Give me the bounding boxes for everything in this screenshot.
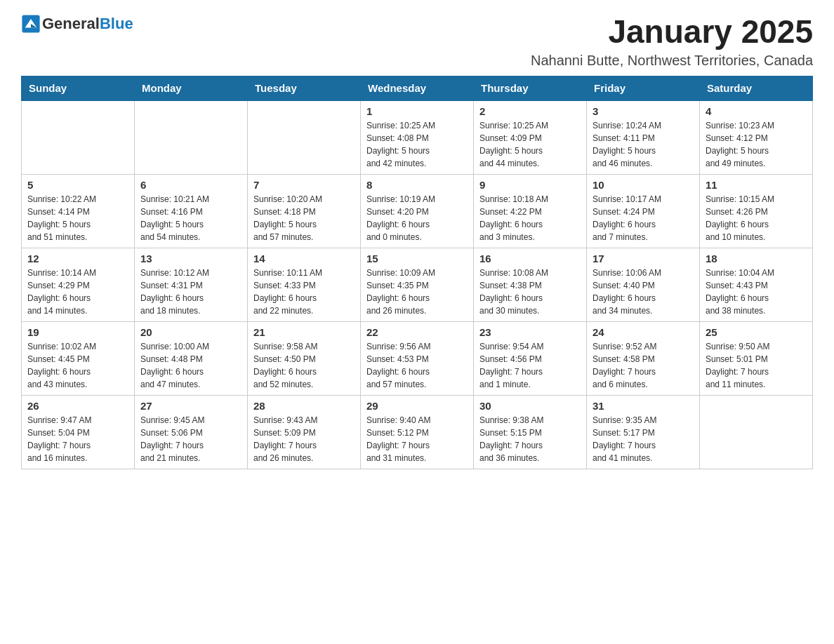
day-info: Sunrise: 9:43 AMSunset: 5:09 PMDaylight:… bbox=[253, 414, 355, 464]
calendar-cell: 28Sunrise: 9:43 AMSunset: 5:09 PMDayligh… bbox=[248, 395, 361, 469]
calendar-cell: 8Sunrise: 10:19 AMSunset: 4:20 PMDayligh… bbox=[361, 174, 474, 248]
day-number: 30 bbox=[479, 400, 581, 412]
day-number: 20 bbox=[140, 326, 241, 338]
day-info: Sunrise: 9:54 AMSunset: 4:56 PMDaylight:… bbox=[479, 340, 581, 391]
day-number: 9 bbox=[479, 179, 581, 191]
day-number: 11 bbox=[706, 179, 807, 191]
day-number: 7 bbox=[253, 179, 355, 191]
day-number: 27 bbox=[140, 400, 241, 412]
calendar-cell: 11Sunrise: 10:15 AMSunset: 4:26 PMDaylig… bbox=[700, 174, 813, 248]
day-info: Sunrise: 10:17 AMSunset: 4:24 PMDaylight… bbox=[593, 193, 694, 243]
calendar-week-2: 5Sunrise: 10:22 AMSunset: 4:14 PMDayligh… bbox=[22, 174, 813, 248]
calendar-subtitle: Nahanni Butte, Northwest Territories, Ca… bbox=[531, 53, 813, 69]
calendar-week-4: 19Sunrise: 10:02 AMSunset: 4:45 PMDaylig… bbox=[22, 321, 813, 395]
calendar-cell: 17Sunrise: 10:06 AMSunset: 4:40 PMDaylig… bbox=[587, 248, 700, 321]
calendar-cell: 1Sunrise: 10:25 AMSunset: 4:08 PMDayligh… bbox=[361, 100, 474, 175]
day-number: 6 bbox=[140, 179, 241, 191]
day-info: Sunrise: 9:52 AMSunset: 4:58 PMDaylight:… bbox=[593, 340, 694, 391]
day-info: Sunrise: 10:22 AMSunset: 4:14 PMDaylight… bbox=[27, 193, 128, 243]
day-info: Sunrise: 9:35 AMSunset: 5:17 PMDaylight:… bbox=[593, 414, 694, 464]
logo-icon bbox=[21, 14, 41, 34]
calendar-cell: 16Sunrise: 10:08 AMSunset: 4:38 PMDaylig… bbox=[474, 248, 587, 321]
day-info: Sunrise: 10:06 AMSunset: 4:40 PMDaylight… bbox=[593, 267, 694, 317]
day-number: 18 bbox=[706, 253, 807, 264]
day-number: 24 bbox=[593, 326, 694, 338]
day-number: 8 bbox=[366, 179, 468, 191]
day-info: Sunrise: 10:09 AMSunset: 4:35 PMDaylight… bbox=[366, 267, 468, 317]
day-info: Sunrise: 9:38 AMSunset: 5:15 PMDaylight:… bbox=[479, 414, 581, 464]
calendar-table: Sunday Monday Tuesday Wednesday Thursday… bbox=[21, 76, 813, 469]
day-number: 3 bbox=[593, 105, 694, 117]
day-info: Sunrise: 10:00 AMSunset: 4:48 PMDaylight… bbox=[140, 340, 241, 391]
day-info: Sunrise: 9:45 AMSunset: 5:06 PMDaylight:… bbox=[140, 414, 241, 464]
col-monday: Monday bbox=[135, 76, 248, 100]
calendar-cell: 6Sunrise: 10:21 AMSunset: 4:16 PMDayligh… bbox=[135, 174, 248, 248]
calendar-cell: 30Sunrise: 9:38 AMSunset: 5:15 PMDayligh… bbox=[474, 395, 587, 469]
day-info: Sunrise: 10:25 AMSunset: 4:08 PMDaylight… bbox=[366, 119, 468, 170]
day-info: Sunrise: 10:12 AMSunset: 4:31 PMDaylight… bbox=[140, 267, 241, 317]
calendar-cell: 5Sunrise: 10:22 AMSunset: 4:14 PMDayligh… bbox=[22, 174, 135, 248]
calendar-cell: 21Sunrise: 9:58 AMSunset: 4:50 PMDayligh… bbox=[248, 321, 361, 395]
calendar-cell bbox=[135, 100, 248, 175]
day-number: 10 bbox=[593, 179, 694, 191]
col-thursday: Thursday bbox=[474, 76, 587, 100]
calendar-cell bbox=[22, 100, 135, 175]
calendar-cell: 9Sunrise: 10:18 AMSunset: 4:22 PMDayligh… bbox=[474, 174, 587, 248]
calendar-body: 1Sunrise: 10:25 AMSunset: 4:08 PMDayligh… bbox=[22, 100, 813, 469]
page-header: GeneralBlue January 2025 Nahanni Butte, … bbox=[21, 14, 813, 69]
calendar-cell: 18Sunrise: 10:04 AMSunset: 4:43 PMDaylig… bbox=[700, 248, 813, 321]
calendar-cell: 24Sunrise: 9:52 AMSunset: 4:58 PMDayligh… bbox=[587, 321, 700, 395]
calendar-cell: 4Sunrise: 10:23 AMSunset: 4:12 PMDayligh… bbox=[700, 100, 813, 175]
calendar-cell: 14Sunrise: 10:11 AMSunset: 4:33 PMDaylig… bbox=[248, 248, 361, 321]
calendar-week-1: 1Sunrise: 10:25 AMSunset: 4:08 PMDayligh… bbox=[22, 100, 813, 175]
day-info: Sunrise: 10:04 AMSunset: 4:43 PMDaylight… bbox=[706, 267, 807, 317]
day-number: 12 bbox=[27, 253, 128, 264]
day-info: Sunrise: 10:21 AMSunset: 4:16 PMDaylight… bbox=[140, 193, 241, 243]
calendar-cell: 10Sunrise: 10:17 AMSunset: 4:24 PMDaylig… bbox=[587, 174, 700, 248]
calendar-week-5: 26Sunrise: 9:47 AMSunset: 5:04 PMDayligh… bbox=[22, 395, 813, 469]
day-info: Sunrise: 10:11 AMSunset: 4:33 PMDaylight… bbox=[253, 267, 355, 317]
calendar-cell: 23Sunrise: 9:54 AMSunset: 4:56 PMDayligh… bbox=[474, 321, 587, 395]
title-block: January 2025 Nahanni Butte, Northwest Te… bbox=[531, 14, 813, 69]
col-wednesday: Wednesday bbox=[361, 76, 474, 100]
day-info: Sunrise: 9:40 AMSunset: 5:12 PMDaylight:… bbox=[366, 414, 468, 464]
day-number: 19 bbox=[27, 326, 128, 338]
day-number: 29 bbox=[366, 400, 468, 412]
day-number: 15 bbox=[366, 253, 468, 264]
header-row: Sunday Monday Tuesday Wednesday Thursday… bbox=[22, 76, 813, 100]
calendar-cell: 13Sunrise: 10:12 AMSunset: 4:31 PMDaylig… bbox=[135, 248, 248, 321]
day-info: Sunrise: 10:14 AMSunset: 4:29 PMDaylight… bbox=[27, 267, 128, 317]
day-number: 23 bbox=[479, 326, 581, 338]
day-number: 4 bbox=[706, 105, 807, 117]
day-number: 26 bbox=[27, 400, 128, 412]
day-info: Sunrise: 10:24 AMSunset: 4:11 PMDaylight… bbox=[593, 119, 694, 170]
day-number: 25 bbox=[706, 326, 807, 338]
day-number: 14 bbox=[253, 253, 355, 264]
calendar-cell: 31Sunrise: 9:35 AMSunset: 5:17 PMDayligh… bbox=[587, 395, 700, 469]
calendar-cell: 26Sunrise: 9:47 AMSunset: 5:04 PMDayligh… bbox=[22, 395, 135, 469]
day-info: Sunrise: 10:20 AMSunset: 4:18 PMDaylight… bbox=[253, 193, 355, 243]
day-info: Sunrise: 9:58 AMSunset: 4:50 PMDaylight:… bbox=[253, 340, 355, 391]
calendar-cell: 7Sunrise: 10:20 AMSunset: 4:18 PMDayligh… bbox=[248, 174, 361, 248]
day-number: 31 bbox=[593, 400, 694, 412]
day-number: 22 bbox=[366, 326, 468, 338]
day-info: Sunrise: 10:25 AMSunset: 4:09 PMDaylight… bbox=[479, 119, 581, 170]
col-sunday: Sunday bbox=[22, 76, 135, 100]
day-number: 1 bbox=[366, 105, 468, 117]
day-info: Sunrise: 10:18 AMSunset: 4:22 PMDaylight… bbox=[479, 193, 581, 243]
calendar-header: Sunday Monday Tuesday Wednesday Thursday… bbox=[22, 76, 813, 100]
day-info: Sunrise: 9:47 AMSunset: 5:04 PMDaylight:… bbox=[27, 414, 128, 464]
day-info: Sunrise: 9:56 AMSunset: 4:53 PMDaylight:… bbox=[366, 340, 468, 391]
day-number: 5 bbox=[27, 179, 128, 191]
day-number: 28 bbox=[253, 400, 355, 412]
day-number: 2 bbox=[479, 105, 581, 117]
calendar-title: January 2025 bbox=[531, 14, 813, 50]
logo-text: GeneralBlue bbox=[42, 15, 133, 33]
calendar-cell: 15Sunrise: 10:09 AMSunset: 4:35 PMDaylig… bbox=[361, 248, 474, 321]
calendar-cell bbox=[248, 100, 361, 175]
day-info: Sunrise: 9:50 AMSunset: 5:01 PMDaylight:… bbox=[706, 340, 807, 391]
calendar-cell: 27Sunrise: 9:45 AMSunset: 5:06 PMDayligh… bbox=[135, 395, 248, 469]
day-number: 21 bbox=[253, 326, 355, 338]
calendar-cell: 25Sunrise: 9:50 AMSunset: 5:01 PMDayligh… bbox=[700, 321, 813, 395]
calendar-cell: 12Sunrise: 10:14 AMSunset: 4:29 PMDaylig… bbox=[22, 248, 135, 321]
